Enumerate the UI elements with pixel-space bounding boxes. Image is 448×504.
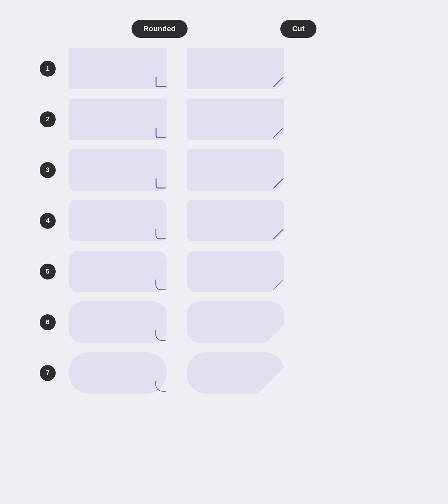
row-number-3: 3 (40, 162, 56, 178)
cut-corner-accent-5 (272, 279, 284, 292)
rounded-label: Rounded (132, 20, 188, 38)
row-number-5: 5 (40, 264, 56, 280)
main-content: 1 2 (0, 48, 448, 394)
rounded-corner-accent-3 (155, 177, 167, 191)
rounded-corner-accent-5 (155, 279, 167, 292)
row-2: 2 (40, 98, 284, 140)
cut-corner-accent-3 (272, 177, 284, 191)
row-number-1: 1 (40, 61, 56, 77)
rounded-corner-accent-2 (155, 127, 167, 140)
cut-corner-accent-6 (272, 330, 284, 343)
cut-card-5 (187, 251, 284, 292)
row-4: 4 (40, 200, 284, 241)
rounded-card-2 (69, 98, 167, 140)
cut-corner-accent-7 (272, 380, 284, 394)
rounded-card-4 (69, 200, 167, 241)
cut-corner-accent-2 (272, 127, 284, 140)
rounded-card-5 (69, 251, 167, 292)
rounded-corner-accent-7 (155, 380, 167, 394)
row-number-2: 2 (40, 111, 56, 127)
cards-group-7 (69, 352, 284, 394)
rounded-card-3 (69, 149, 167, 191)
cut-label: Cut (280, 20, 317, 38)
cut-corner-accent-4 (272, 228, 284, 241)
rounded-card-7 (69, 352, 167, 394)
rounded-card-6 (69, 301, 167, 343)
row-6: 6 (40, 301, 284, 343)
row-number-7: 7 (40, 365, 56, 381)
cards-group-3 (69, 149, 284, 191)
cards-group-1 (69, 48, 284, 89)
cut-card-2 (187, 98, 284, 140)
rounded-corner-accent-4 (155, 228, 167, 241)
page-header: Rounded Cut (0, 0, 448, 38)
rounded-corner-accent-1 (155, 76, 167, 89)
cards-group-5 (69, 251, 284, 292)
cut-card-6 (187, 301, 284, 343)
row-5: 5 (40, 251, 284, 292)
cut-card-3 (187, 149, 284, 191)
cards-group-2 (69, 98, 284, 140)
row-number-4: 4 (40, 213, 56, 229)
row-1: 1 (40, 48, 284, 89)
cut-card-1 (187, 48, 284, 89)
row-3: 3 (40, 149, 284, 191)
cut-card-4 (187, 200, 284, 241)
row-number-6: 6 (40, 314, 56, 330)
cut-corner-accent-1 (272, 76, 284, 89)
cut-card-7 (187, 352, 284, 394)
row-7: 7 (40, 352, 284, 394)
rounded-card-1 (69, 48, 167, 89)
rounded-corner-accent-6 (155, 330, 167, 343)
cards-group-4 (69, 200, 284, 241)
cards-group-6 (69, 301, 284, 343)
